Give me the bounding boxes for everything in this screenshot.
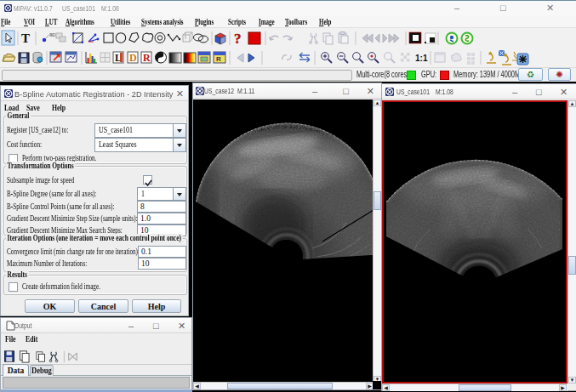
svg-text:R: R [143, 52, 151, 64]
svg-text:T: T [21, 31, 30, 45]
svg-text:R: R [216, 55, 221, 63]
svg-text:?: ? [234, 31, 242, 47]
svg-text:1:1: 1:1 [415, 54, 428, 63]
svg-text:D: D [129, 52, 137, 64]
svg-text:3D: 3D [49, 32, 56, 37]
